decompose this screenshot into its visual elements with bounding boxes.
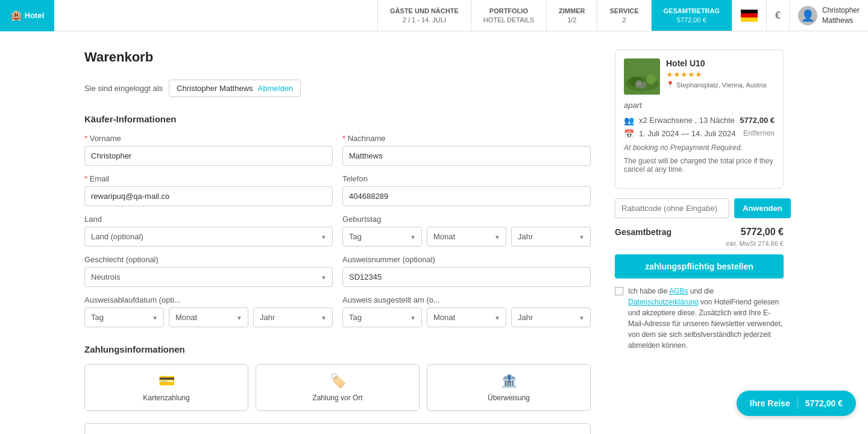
currency-selector[interactable]: €	[766, 0, 789, 31]
total-amount: 5772,00 €	[741, 227, 784, 237]
promo-apply-button[interactable]: Anwenden	[734, 198, 791, 218]
buyer-info-title: Käufer-Informationen	[84, 114, 591, 124]
floating-trip-button[interactable]: Ihre Reise 5772,00 €	[737, 391, 856, 416]
hotel-header: Hotel U10 ★★★★★ 📍 Stephansplatz, Vienna,…	[624, 58, 775, 95]
agb-link[interactable]: AGBs	[669, 287, 688, 295]
floating-divider	[797, 398, 798, 409]
main-content: Warenkorb Sie sind eingeloggt als Christ…	[72, 31, 796, 434]
header-nav: GÄSTE UND NÄCHTE 2 / 1 - 14. Juli PORTFO…	[54, 0, 868, 31]
card-payment-label: Kartenzahlung	[143, 394, 189, 402]
email-label: * Email	[84, 174, 333, 183]
gender-label: Geschlecht (optional)	[84, 255, 333, 264]
total-label: Gesamtbetrag	[615, 227, 671, 237]
transfer-payment-icon: 🏦	[501, 373, 517, 389]
birthday-month-select[interactable]: Monat	[427, 227, 506, 247]
gender-id-row: Geschlecht (optional) Neutrois Ausweisnu…	[84, 255, 591, 287]
user-last-name: Matthews	[822, 16, 860, 26]
svg-point-3	[646, 75, 656, 84]
id-issued-month-select[interactable]: Monat	[427, 307, 506, 327]
payment-transfer-method[interactable]: 🏦 Überweisung	[427, 364, 591, 411]
nav-zimmer[interactable]: ZIMMER 1/2	[546, 0, 597, 31]
nav-portfolio-label: PORTFOLIO	[489, 7, 528, 15]
avatar-icon: 👤	[801, 9, 814, 22]
user-name: Christopher Matthews	[822, 5, 860, 26]
first-name-input[interactable]	[84, 146, 333, 166]
nav-service[interactable]: SERVICE 2	[597, 0, 650, 31]
birthday-day-select[interactable]: Tag	[342, 227, 422, 247]
calendar-icon: 📅	[624, 129, 634, 139]
id-number-label: Ausweisnummer (optional)	[342, 255, 591, 264]
country-select[interactable]: Land (optional)	[84, 227, 333, 247]
id-issued-day-select[interactable]: Tag	[342, 307, 422, 327]
id-expiry-inputs: Tag Monat Jahr	[84, 307, 333, 327]
remove-booking-link[interactable]: Entfernen	[743, 129, 775, 137]
promo-row: Anwenden	[615, 198, 784, 218]
login-info-box: Christopher Matthews Abmelden	[169, 80, 301, 97]
expand-icon: ⌄	[333, 431, 343, 434]
floating-trip-label: Ihre Reise	[750, 398, 790, 408]
nav-portfolio-sub: Hotel Details	[483, 16, 534, 24]
id-issued-label: Ausweis ausgestellt am (o...	[342, 295, 591, 304]
hotel-image	[624, 58, 660, 95]
last-name-input[interactable]	[342, 146, 591, 166]
required-star-2: *	[342, 134, 345, 143]
first-name-group: * Vorname	[84, 134, 333, 166]
nav-portfolio[interactable]: PORTFOLIO Hotel Details	[471, 0, 546, 31]
logout-link[interactable]: Abmelden	[258, 84, 294, 93]
total-vat: inkl. MwSt 274,86 €	[615, 240, 784, 247]
payment-detail-collapsed: ⌄	[84, 423, 591, 434]
birthday-year-wrapper: Jahr	[511, 227, 591, 247]
logo-text: Hotel	[25, 11, 45, 20]
nav-guests[interactable]: GÄSTE UND NÄCHTE 2 / 1 - 14. Juli	[377, 0, 471, 31]
birthday-year-select[interactable]: Jahr	[511, 227, 591, 247]
id-issued-year-wrapper: Jahr	[511, 307, 591, 327]
country-birthday-row: Land Land (optional) Geburtstag Tag	[84, 215, 591, 247]
tos-row: Ich habe die AGBs und die Datenschutzerk…	[615, 286, 784, 351]
user-menu[interactable]: 👤 Christopher Matthews	[789, 0, 868, 31]
id-number-input[interactable]	[342, 267, 591, 287]
email-input[interactable]	[84, 186, 333, 206]
nav-gesamtbetrag[interactable]: GESAMTBETRAG 5772,00 €	[651, 0, 732, 31]
nav-zimmer-label: ZIMMER	[559, 7, 585, 15]
promo-input[interactable]	[615, 198, 729, 218]
required-star-3: *	[84, 174, 87, 183]
payment-card-method[interactable]: 💳 Kartenzahlung	[84, 364, 248, 411]
booking-price: 5772,00 €	[740, 116, 775, 125]
card-payment-icon: 💳	[159, 373, 175, 389]
id-expiry-year-select[interactable]: Jahr	[253, 307, 333, 327]
svg-point-5	[636, 80, 642, 86]
page-title: Warenkorb	[84, 49, 591, 65]
login-info: Sie sind eingeloggt als Christopher Matt…	[84, 80, 591, 97]
hotel-icon: 🏨	[10, 10, 22, 21]
tos-text: Ich habe die AGBs und die Datenschutzerk…	[628, 286, 784, 351]
phone-input[interactable]	[342, 186, 591, 206]
country-select-wrapper: Land (optional)	[84, 227, 333, 247]
logo[interactable]: 🏨 Hotel	[0, 0, 54, 31]
birthday-group: Geburtstag Tag Monat	[342, 215, 591, 247]
payment-onsite-method[interactable]: 🏷️ Zahlung vor Ort	[256, 364, 420, 411]
transfer-payment-label: Überweisung	[488, 394, 530, 402]
id-expiry-day-select[interactable]: Tag	[84, 307, 164, 327]
privacy-link[interactable]: Datenschutzerklärung	[628, 298, 699, 306]
nav-gesamtbetrag-sub: 5772,00 €	[677, 16, 706, 24]
tos-checkbox[interactable]	[615, 287, 623, 295]
gender-select[interactable]: Neutrois	[84, 267, 333, 287]
id-issued-group: Ausweis ausgestellt am (o... Tag Monat	[342, 295, 591, 327]
payment-title: Zahlungsinformationen	[84, 344, 591, 354]
id-expiry-month-wrapper: Monat	[169, 307, 248, 327]
required-star: *	[84, 134, 87, 143]
payment-methods: 💳 Kartenzahlung 🏷️ Zahlung vor Ort 🏦 Übe…	[84, 364, 591, 411]
language-selector[interactable]	[732, 0, 766, 31]
phone-label: Telefon	[342, 174, 591, 183]
gender-group: Geschlecht (optional) Neutrois	[84, 255, 333, 287]
prepayment-note: At booking no Prepayment Required.	[624, 143, 775, 152]
birthday-label: Geburtstag	[342, 215, 591, 224]
id-expiry-month-select[interactable]: Monat	[169, 307, 248, 327]
hotel-name: Hotel U10	[666, 58, 775, 68]
email-group: * Email	[84, 174, 333, 206]
id-issued-year-select[interactable]: Jahr	[511, 307, 591, 327]
booking-dates-detail: 📅 1. Juli 2024 — 14. Juli 2024 Entfernen	[624, 129, 775, 139]
onsite-payment-icon: 🏷️	[330, 373, 346, 389]
order-button[interactable]: zahlungspflichtig bestellen	[615, 254, 784, 278]
contact-row: * Email Telefon	[84, 174, 591, 206]
